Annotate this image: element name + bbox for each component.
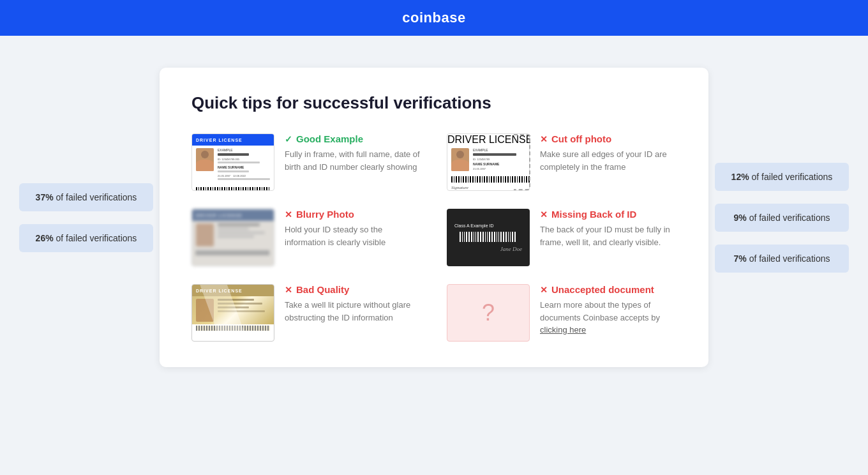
tip-desc-unaccepted: Learn more about the types of documents … xyxy=(540,299,677,336)
tip-title-text-back: Missing Back of ID xyxy=(551,209,636,220)
tip-unaccepted: ? ✕ Unaccepted document Learn more about… xyxy=(447,284,677,342)
x-icon-badquality: ✕ xyxy=(285,285,292,295)
stat-percent-26: 26% xyxy=(36,233,54,243)
tip-content-good: ✓ Good Example Fully in frame, with full… xyxy=(285,133,421,173)
tip-title-text-badquality: Bad Quality xyxy=(296,284,349,295)
x-icon-blurry: ✕ xyxy=(285,209,292,220)
tip-desc-back: The back of your ID must be fully in fra… xyxy=(540,223,677,248)
tip-cutoff: DRIVER LICENSE EXAMPLE ID: 123456789 NAM… xyxy=(447,133,677,191)
tip-missing-back: Class A Example ID Jane Doe ✕ Missing Ba… xyxy=(447,209,677,266)
coinbase-logo: coinbase xyxy=(402,10,465,26)
stat-card-37: 37% of failed verifications xyxy=(19,183,153,211)
stat-label-7: of failed verifications xyxy=(749,253,830,264)
clicking-here-link[interactable]: clicking here xyxy=(540,325,586,335)
tip-content-cutoff: ✕ Cut off photo Make sure all edges of y… xyxy=(540,133,677,173)
tip-desc-good: Fully in frame, with full name, date of … xyxy=(285,148,421,173)
x-icon-cutoff: ✕ xyxy=(540,134,548,144)
stat-card-12: 12% of failed verifications xyxy=(715,163,849,191)
stat-percent-12: 12% xyxy=(731,172,749,182)
tip-title-text-unaccepted: Unaccepted document xyxy=(551,284,654,295)
stat-percent-9: 9% xyxy=(734,213,747,223)
stat-card-7: 7% of failed verifications xyxy=(715,245,849,273)
tip-title-text-good: Good Example xyxy=(296,133,363,144)
check-icon: ✓ xyxy=(285,134,292,144)
stat-label-12: of failed verifications xyxy=(752,172,833,182)
stat-percent-7: 7% xyxy=(734,253,747,264)
tip-desc-badquality: Take a well lit picture without glare ob… xyxy=(285,299,421,324)
tip-title-badquality: ✕ Bad Quality xyxy=(285,284,421,295)
card-title: Quick tips for successful verifications xyxy=(191,93,677,113)
id-thumb-blurry: DRIVER LICENSE xyxy=(191,209,274,266)
question-mark-icon: ? xyxy=(482,299,495,326)
tip-title-cutoff: ✕ Cut off photo xyxy=(540,133,677,144)
tip-content-blurry: ✕ Blurry Photo Hold your ID steady so th… xyxy=(285,209,421,248)
tip-content-back: ✕ Missing Back of ID The back of your ID… xyxy=(540,209,677,248)
x-icon-back: ✕ xyxy=(540,209,548,220)
tip-title-text-blurry: Blurry Photo xyxy=(296,209,354,220)
tip-desc-cutoff: Make sure all edges of your ID are compl… xyxy=(540,148,677,173)
tip-content-badquality: ✕ Bad Quality Take a well lit picture wi… xyxy=(285,284,421,324)
tip-title-back: ✕ Missing Back of ID xyxy=(540,209,677,220)
id-thumb-unaccepted: ? xyxy=(447,284,530,342)
tip-content-unaccepted: ✕ Unaccepted document Learn more about t… xyxy=(540,284,677,336)
id-thumb-badquality: DRIVER LICENSE xyxy=(191,284,274,342)
left-side-stats: 37% of failed verifications 26% of faile… xyxy=(19,183,153,252)
id-thumb-good: DRIVER LICENSE EXAMPLE ID: 123456789-005… xyxy=(191,133,274,191)
tip-title-blurry: ✕ Blurry Photo xyxy=(285,209,421,220)
main-content: 37% of failed verifications 26% of faile… xyxy=(0,36,868,399)
tip-title-unaccepted: ✕ Unaccepted document xyxy=(540,284,677,295)
x-icon-unaccepted: ✕ xyxy=(540,285,548,295)
tip-blurry: DRIVER LICENSE ✕ xyxy=(191,209,421,266)
header: coinbase xyxy=(0,0,868,36)
id-thumb-back: Class A Example ID Jane Doe xyxy=(447,209,530,266)
tips-card: Quick tips for successful verifications … xyxy=(160,68,708,367)
stat-label-9: of failed verifications xyxy=(749,213,830,223)
stat-card-9: 9% of failed verifications xyxy=(715,204,849,232)
stat-card-26: 26% of failed verifications xyxy=(19,224,153,252)
right-side-stats: 12% of failed verifications 9% of failed… xyxy=(715,163,849,273)
stat-label-26: of failed verifications xyxy=(56,233,137,243)
tip-desc-blurry: Hold your ID steady so the information i… xyxy=(285,223,421,248)
tip-title-good: ✓ Good Example xyxy=(285,133,421,144)
tips-grid: DRIVER LICENSE EXAMPLE ID: 123456789-005… xyxy=(191,133,677,342)
tip-title-text-cutoff: Cut off photo xyxy=(551,133,611,144)
stat-percent-37: 37% xyxy=(36,192,54,202)
tip-bad-quality: DRIVER LICENSE xyxy=(191,284,421,342)
id-thumb-cutoff: DRIVER LICENSE EXAMPLE ID: 123456789 NAM… xyxy=(447,133,530,191)
stat-label-37: of failed verifications xyxy=(56,192,137,202)
tip-good-example: DRIVER LICENSE EXAMPLE ID: 123456789-005… xyxy=(191,133,421,191)
